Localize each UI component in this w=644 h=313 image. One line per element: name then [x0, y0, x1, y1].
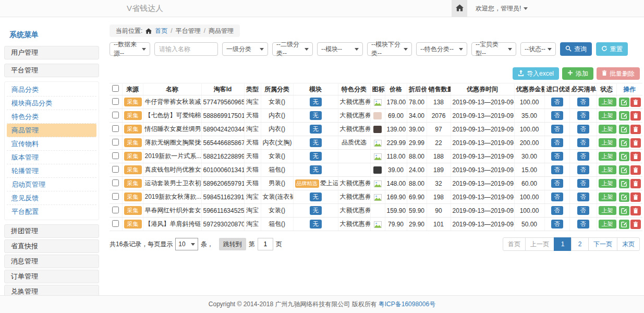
- status-badge[interactable]: 上架: [599, 111, 616, 121]
- status-badge[interactable]: 上架: [599, 98, 616, 107]
- reset-button[interactable]: 重置: [596, 42, 628, 56]
- must-buy-toggle-badge[interactable]: 否: [577, 152, 589, 161]
- must-buy-toggle-badge[interactable]: 否: [577, 220, 589, 229]
- module-badge[interactable]: 无: [310, 98, 322, 107]
- row-checkbox[interactable]: [112, 112, 119, 118]
- row-checkbox[interactable]: [112, 193, 119, 200]
- filter-select[interactable]: --宝贝类型--: [471, 42, 516, 56]
- sidebar-subitem[interactable]: 模块商品分类: [7, 97, 96, 110]
- imported-toggle-badge[interactable]: 否: [551, 179, 563, 188]
- module-badge[interactable]: 无: [310, 165, 322, 175]
- edit-button[interactable]: [619, 165, 629, 175]
- module-badge[interactable]: 无: [310, 192, 322, 202]
- page-button[interactable]: 末页: [617, 237, 640, 251]
- module-badge[interactable]: 无: [310, 206, 322, 215]
- status-badge[interactable]: 上架: [599, 125, 616, 134]
- filter-select[interactable]: --模块--: [317, 42, 363, 56]
- home-button[interactable]: [452, 0, 467, 17]
- status-badge[interactable]: 上架: [599, 206, 616, 215]
- status-badge[interactable]: 上架: [599, 179, 616, 188]
- sidebar-subitem[interactable]: 轮播管理: [7, 164, 96, 178]
- must-buy-toggle-badge[interactable]: 否: [577, 138, 589, 148]
- imported-toggle-badge[interactable]: 否: [551, 220, 563, 229]
- must-buy-toggle-badge[interactable]: 否: [577, 125, 589, 134]
- row-checkbox[interactable]: [112, 207, 119, 213]
- module-badge[interactable]: 无: [310, 152, 322, 161]
- sidebar-subitem[interactable]: 版本管理: [7, 151, 96, 164]
- row-checkbox[interactable]: [112, 220, 119, 227]
- page-button[interactable]: 2: [571, 237, 589, 251]
- must-buy-toggle-badge[interactable]: 否: [577, 192, 589, 202]
- sidebar-item-platform-management[interactable]: 平台管理: [4, 64, 99, 77]
- delete-button[interactable]: [630, 152, 641, 161]
- edit-button[interactable]: [619, 125, 629, 134]
- status-badge[interactable]: 上架: [599, 220, 616, 229]
- edit-button[interactable]: [619, 192, 629, 202]
- sidebar-item[interactable]: 消息管理: [4, 255, 99, 268]
- delete-button[interactable]: [630, 206, 641, 215]
- status-badge[interactable]: 上架: [599, 165, 616, 175]
- delete-button[interactable]: [630, 192, 641, 202]
- module-badge[interactable]: 无: [310, 220, 322, 229]
- page-button[interactable]: 上一页: [525, 237, 554, 251]
- edit-button[interactable]: [619, 111, 629, 121]
- sidebar-item[interactable]: 拼团管理: [4, 224, 99, 238]
- page-button[interactable]: 首页: [503, 237, 526, 251]
- sidebar-subitem[interactable]: 特色分类: [7, 110, 96, 124]
- row-checkbox[interactable]: [112, 152, 119, 159]
- imported-toggle-badge[interactable]: 否: [551, 138, 563, 148]
- sidebar-subitem[interactable]: 平台配置: [7, 205, 96, 219]
- row-checkbox[interactable]: [112, 139, 119, 146]
- edit-button[interactable]: [619, 179, 629, 188]
- imported-toggle-badge[interactable]: 否: [551, 111, 563, 121]
- filter-select[interactable]: --模块下分类--: [367, 42, 412, 56]
- sidebar-item[interactable]: 订单管理: [4, 270, 99, 283]
- module-badge[interactable]: 无: [310, 125, 322, 134]
- must-buy-toggle-badge[interactable]: 否: [577, 111, 589, 121]
- imported-toggle-badge[interactable]: 否: [551, 206, 563, 215]
- search-button[interactable]: 查询: [560, 42, 592, 56]
- edit-button[interactable]: [619, 220, 629, 229]
- select-all-checkbox[interactable]: [112, 85, 119, 92]
- delete-button[interactable]: [630, 125, 641, 134]
- delete-button[interactable]: [630, 220, 641, 229]
- sidebar-subitem[interactable]: 启动页管理: [7, 178, 96, 191]
- module-badge[interactable]: 无: [310, 111, 322, 121]
- icp-link[interactable]: 粤ICP备16098006号: [379, 300, 435, 309]
- imported-toggle-badge[interactable]: 否: [551, 192, 563, 202]
- filter-select[interactable]: --特色分类--: [416, 42, 467, 56]
- filter-select[interactable]: --状态--: [520, 42, 556, 56]
- delete-button[interactable]: [630, 179, 641, 188]
- filter-select[interactable]: --数据来源--: [110, 42, 150, 56]
- row-checkbox[interactable]: [112, 166, 119, 173]
- edit-button[interactable]: [619, 206, 629, 215]
- imported-toggle-badge[interactable]: 否: [551, 125, 563, 134]
- name-search-input[interactable]: [154, 42, 218, 56]
- page-button[interactable]: 下一页: [588, 237, 617, 251]
- imported-toggle-badge[interactable]: 否: [551, 165, 563, 175]
- page-number-input[interactable]: [258, 238, 273, 250]
- batch-delete-button[interactable]: 批量删除: [597, 67, 640, 80]
- sidebar-item-user-management[interactable]: 用户管理: [4, 46, 99, 59]
- filter-select[interactable]: --二级分类--: [272, 42, 313, 56]
- filter-select[interactable]: 一级分类: [222, 42, 268, 56]
- sidebar-subitem[interactable]: 意见反馈: [7, 191, 96, 205]
- must-buy-toggle-badge[interactable]: 否: [577, 165, 589, 175]
- must-buy-toggle-badge[interactable]: 否: [577, 179, 589, 188]
- module-badge[interactable]: 无: [310, 138, 322, 148]
- row-checkbox[interactable]: [112, 98, 119, 105]
- row-checkbox[interactable]: [112, 125, 119, 132]
- import-excel-button[interactable]: 导入excel: [513, 67, 559, 80]
- sidebar-subitem[interactable]: 商品管理: [7, 124, 96, 137]
- sidebar-subitem[interactable]: 宣传物料: [7, 137, 96, 151]
- add-button[interactable]: 添加: [562, 67, 593, 80]
- per-page-select[interactable]: 10: [175, 238, 198, 250]
- edit-button[interactable]: [619, 138, 629, 148]
- row-checkbox[interactable]: [112, 179, 119, 186]
- imported-toggle-badge[interactable]: 否: [551, 98, 563, 107]
- edit-button[interactable]: [619, 98, 629, 107]
- sidebar-item[interactable]: 省直快报: [4, 239, 99, 253]
- status-badge[interactable]: 上架: [599, 192, 616, 202]
- user-menu[interactable]: 欢迎您，管理员!: [476, 4, 528, 13]
- status-badge[interactable]: 上架: [599, 138, 616, 148]
